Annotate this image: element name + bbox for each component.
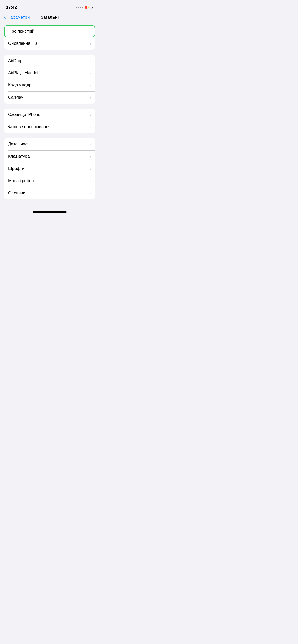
date-time-row[interactable]: Дата і час › bbox=[4, 138, 95, 150]
chevron-right-icon: › bbox=[90, 125, 91, 129]
software-update-label: Оновлення ПЗ bbox=[8, 41, 37, 46]
dictionary-label: Словник bbox=[8, 191, 25, 196]
home-indicator bbox=[0, 209, 99, 215]
language-region-label: Мова і регіон bbox=[8, 178, 34, 183]
battery-icon: ⚡ bbox=[85, 6, 93, 9]
home-bar bbox=[33, 211, 67, 213]
back-label: Параметри bbox=[7, 15, 30, 20]
dictionary-row[interactable]: Словник › bbox=[4, 187, 95, 199]
chevron-right-icon: › bbox=[90, 191, 91, 195]
chevron-right-icon: › bbox=[89, 29, 91, 34]
section-locale: Дата і час › Клавіатура › Шрифти › Мова … bbox=[4, 138, 95, 199]
software-update-row[interactable]: Оновлення ПЗ › bbox=[4, 37, 95, 50]
chevron-right-icon: › bbox=[90, 154, 91, 159]
status-icons: ⚡ bbox=[76, 6, 93, 9]
about-row[interactable]: Про пристрій › bbox=[4, 25, 95, 37]
chevron-right-icon: › bbox=[90, 83, 91, 87]
chevron-right-icon: › bbox=[90, 179, 91, 183]
background-refresh-row[interactable]: Фонове оновлювання › bbox=[4, 121, 95, 133]
carplay-label: CarPlay bbox=[8, 95, 23, 100]
background-refresh-label: Фонове оновлювання bbox=[8, 124, 51, 129]
date-time-label: Дата і час bbox=[8, 142, 28, 147]
airdrop-row[interactable]: AirDrop › bbox=[4, 55, 95, 67]
chevron-right-icon: › bbox=[90, 71, 91, 75]
back-chevron-icon: ‹ bbox=[4, 14, 6, 20]
chevron-right-icon: › bbox=[90, 95, 91, 100]
back-button[interactable]: ‹ Параметри bbox=[4, 14, 30, 20]
page-title: Загальні bbox=[41, 15, 59, 20]
chevron-right-icon: › bbox=[90, 113, 91, 117]
picture-in-picture-row[interactable]: Кадр у кадрі › bbox=[4, 79, 95, 91]
keyboard-row[interactable]: Клавіатура › bbox=[4, 150, 95, 163]
section-device: Про пристрій › Оновлення ПЗ › bbox=[4, 25, 95, 50]
picture-in-picture-label: Кадр у кадрі bbox=[8, 83, 32, 88]
section-connectivity: AirDrop › AirPlay і Handoff › Кадр у кад… bbox=[4, 55, 95, 104]
settings-content: Про пристрій › Оновлення ПЗ › AirDrop › … bbox=[0, 23, 99, 206]
chevron-right-icon: › bbox=[90, 142, 91, 147]
signal-icon bbox=[76, 7, 83, 8]
keyboard-label: Клавіатура bbox=[8, 154, 30, 159]
language-region-row[interactable]: Мова і регіон › bbox=[4, 175, 95, 187]
airplay-handoff-row[interactable]: AirPlay і Handoff › bbox=[4, 67, 95, 79]
chevron-right-icon: › bbox=[90, 41, 91, 46]
carplay-row[interactable]: CarPlay › bbox=[4, 91, 95, 104]
section-storage: Сховище iPhone › Фонове оновлювання › bbox=[4, 109, 95, 133]
iphone-storage-label: Сховище iPhone bbox=[8, 112, 40, 117]
status-time: 17:42 bbox=[6, 5, 17, 10]
iphone-storage-row[interactable]: Сховище iPhone › bbox=[4, 109, 95, 121]
fonts-row[interactable]: Шрифти › bbox=[4, 163, 95, 175]
chevron-right-icon: › bbox=[90, 167, 91, 171]
airdrop-label: AirDrop bbox=[8, 58, 22, 63]
chevron-right-icon: › bbox=[90, 59, 91, 63]
status-bar: 17:42 ⚡ bbox=[0, 0, 99, 13]
about-label: Про пристрій bbox=[9, 29, 34, 34]
fonts-label: Шрифти bbox=[8, 166, 24, 171]
airplay-handoff-label: AirPlay і Handoff bbox=[8, 70, 39, 76]
nav-bar: ‹ Параметри Загальні bbox=[0, 13, 99, 23]
